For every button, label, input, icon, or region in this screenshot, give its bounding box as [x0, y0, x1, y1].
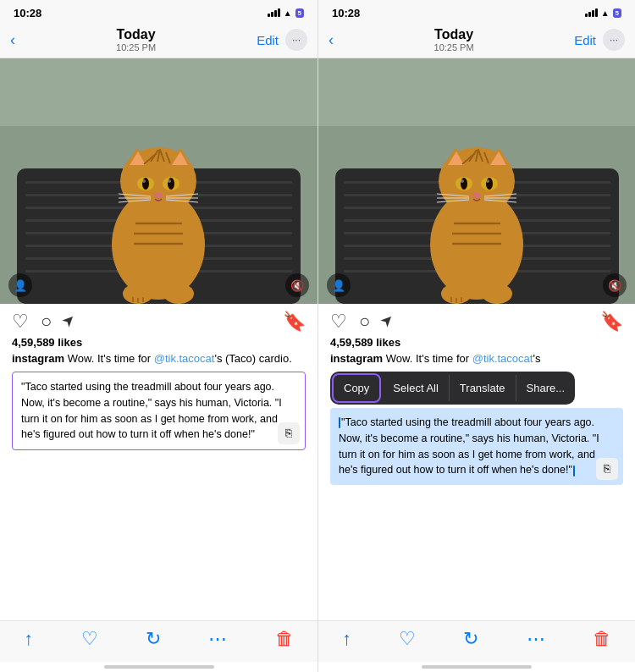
context-menu-select-all[interactable]: Select All: [383, 375, 449, 401]
svg-point-31: [154, 193, 163, 199]
heart-icon-left[interactable]: ♡: [12, 311, 29, 333]
nav-dots-right[interactable]: ···: [603, 29, 625, 51]
left-panel: 10:28 ▲ 5 ‹ Today 10:25 PM Edit ···: [0, 0, 318, 672]
post-actions-left: ♡ ○ ➤ 🔖: [0, 304, 318, 336]
nav-back-right[interactable]: ‹: [329, 31, 334, 49]
tab-share-left[interactable]: ↑: [24, 628, 33, 650]
nav-subtitle-left: 10:25 PM: [116, 42, 156, 52]
copy-button-right[interactable]: ⎘: [596, 458, 618, 480]
wifi-icon-right: ▲: [601, 8, 610, 18]
status-icons-left: ▲ 5: [268, 8, 304, 18]
svg-point-30: [168, 179, 171, 183]
quote-text-left[interactable]: "Taco started using the treadmill about …: [21, 381, 282, 440]
context-menu-container: Copy Select All Translate Share...: [330, 372, 623, 405]
svg-rect-1: [0, 58, 318, 126]
post-content-right: 4,59,589 likes instagram Wow. It's time …: [318, 336, 635, 372]
quote-box-right[interactable]: "Taco started using the treadmill about …: [330, 408, 623, 485]
tab-refresh-left[interactable]: ↻: [146, 628, 161, 650]
context-menu-share[interactable]: Share...: [516, 375, 576, 401]
quote-box-left: "Taco started using the treadmill about …: [12, 372, 306, 450]
context-menu-translate[interactable]: Translate: [450, 375, 516, 401]
context-menu-copy[interactable]: Copy: [332, 373, 381, 403]
share-icon-left[interactable]: ➤: [58, 310, 82, 334]
person-icon-left[interactable]: 👤: [8, 273, 32, 297]
comment-icon-right[interactable]: ○: [359, 311, 370, 333]
post-caption-right: instagram Wow. It's time for @tik.tacoca…: [330, 351, 623, 366]
tab-heart-right[interactable]: ♡: [399, 628, 416, 650]
post-content-left: 4,59,589 likes instagram Wow. It's time …: [0, 336, 318, 372]
context-menu: Copy Select All Translate Share...: [330, 372, 575, 405]
cat-image-right: 👤 🔇: [318, 58, 635, 304]
nav-center-left: Today 10:25 PM: [116, 27, 156, 52]
likes-count-left: 4,59,589 likes: [12, 336, 306, 349]
mute-icon-left[interactable]: 🔇: [285, 273, 309, 297]
svg-point-74: [472, 193, 481, 199]
nav-edit-right[interactable]: Edit: [574, 33, 596, 47]
svg-point-28: [168, 178, 174, 190]
post-actions-right: ♡ ○ ➤ 🔖: [318, 304, 635, 336]
image-overlay-right: 👤 🔇: [318, 273, 635, 297]
tab-bar-right: ↑ ♡ ↻ ⋯ 🗑: [318, 620, 635, 662]
copy-button-left[interactable]: ⎘: [278, 422, 300, 444]
likes-count-right: 4,59,589 likes: [330, 336, 623, 349]
username-right: instagram: [330, 352, 383, 365]
left-actions-left: ♡ ○ ➤: [12, 311, 76, 333]
comment-icon-left[interactable]: ○: [41, 311, 52, 333]
tab-delete-right[interactable]: 🗑: [593, 628, 611, 650]
nav-edit-left[interactable]: Edit: [257, 33, 279, 47]
bookmark-icon-right[interactable]: 🔖: [600, 311, 623, 333]
person-icon-right[interactable]: 👤: [327, 273, 351, 297]
status-time-right: 10:28: [332, 7, 360, 19]
tab-delete-left[interactable]: 🗑: [275, 628, 294, 650]
battery-badge-right: 5: [613, 8, 621, 18]
quote-text-right[interactable]: "Taco started using the treadmill about …: [339, 416, 599, 476]
status-time-left: 10:28: [14, 7, 41, 19]
tab-more-left[interactable]: ⋯: [208, 628, 227, 650]
caption-text-left: Wow. It's time for: [68, 352, 154, 365]
status-icons-right: ▲ 5: [585, 8, 621, 18]
left-actions-right: ♡ ○ ➤: [330, 311, 395, 333]
home-indicator-left: [104, 665, 214, 669]
svg-point-72: [461, 179, 464, 183]
status-bar-left: 10:28 ▲ 5: [0, 0, 318, 24]
signal-icon-right: [585, 8, 598, 17]
signal-icon: [268, 8, 280, 17]
mute-icon-right[interactable]: 🔇: [603, 273, 627, 297]
heart-icon-right[interactable]: ♡: [330, 311, 347, 333]
svg-point-27: [142, 178, 149, 190]
battery-badge-left: 5: [295, 8, 304, 18]
cat-image-left: 👤 🔇: [0, 58, 318, 304]
share-icon-right[interactable]: ➤: [376, 310, 400, 334]
image-overlay-left: 👤 🔇: [0, 273, 318, 297]
right-panel: 10:28 ▲ 5 ‹ Today 10:25 PM Edit ···: [318, 0, 635, 672]
caption-end-right: 's: [533, 352, 540, 365]
wifi-icon: ▲: [284, 8, 292, 18]
svg-point-29: [142, 179, 146, 183]
home-indicator-right: [422, 665, 532, 669]
post-caption-left: instagram Wow. It's time for @tik.tacoca…: [12, 351, 306, 366]
caption-text-right: Wow. It's time for: [386, 352, 472, 365]
bookmark-icon-left[interactable]: 🔖: [283, 311, 306, 333]
mention-left: @tik.tacocat: [154, 352, 215, 365]
text-cursor-end: [573, 465, 575, 476]
tab-more-right[interactable]: ⋯: [527, 628, 545, 650]
nav-title-right: Today: [434, 27, 474, 42]
tab-heart-left[interactable]: ♡: [81, 628, 98, 650]
nav-center-right: Today 10:25 PM: [434, 27, 474, 52]
text-cursor-start: [339, 417, 340, 428]
tab-share-right[interactable]: ↑: [342, 628, 351, 650]
tab-bar-left: ↑ ♡ ↻ ⋯ 🗑: [0, 620, 318, 662]
caption-end-left: 's (Taco) cardio.: [214, 352, 291, 365]
svg-point-73: [486, 179, 489, 183]
nav-back-left[interactable]: ‹: [10, 31, 15, 49]
svg-point-70: [461, 178, 467, 190]
username-left: instagram: [12, 352, 64, 365]
nav-bar-right: ‹ Today 10:25 PM Edit ···: [318, 24, 635, 58]
svg-point-71: [486, 178, 493, 190]
tab-refresh-right[interactable]: ↻: [463, 628, 478, 650]
nav-title-left: Today: [116, 27, 156, 42]
nav-dots-left[interactable]: ···: [285, 29, 307, 51]
status-bar-right: 10:28 ▲ 5: [318, 0, 635, 24]
svg-rect-44: [318, 58, 635, 126]
nav-subtitle-right: 10:25 PM: [434, 42, 474, 52]
